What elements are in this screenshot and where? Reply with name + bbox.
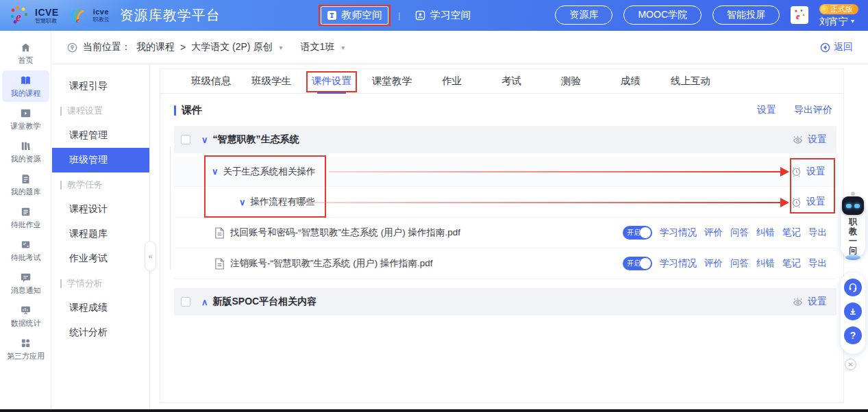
tab-class-students[interactable]: 班级学生 bbox=[250, 69, 293, 93]
submenu-item-course-grades[interactable]: 课程成绩 bbox=[52, 296, 149, 320]
statistics-board-icon bbox=[20, 305, 32, 316]
sidebar-item-label: 我的课程 bbox=[11, 88, 41, 99]
teacher-space-label: 教师空间 bbox=[341, 9, 382, 22]
sidebar-collapse-handle[interactable]: « bbox=[145, 241, 156, 271]
breadcrumb-course-select[interactable]: 大学语文 (2P) 原创 bbox=[191, 41, 272, 53]
home-icon bbox=[20, 42, 32, 53]
toggle-knob bbox=[640, 258, 651, 269]
icve-app-icon[interactable]: e bbox=[791, 6, 808, 24]
sidebar-item-notifications[interactable]: 消息通知 bbox=[2, 268, 49, 299]
tab-homework[interactable]: 作业 bbox=[431, 69, 473, 93]
eye-preview-icon[interactable] bbox=[792, 134, 804, 146]
breadcrumb-my-courses[interactable]: 我的课程 bbox=[136, 41, 175, 53]
alarm-clock-icon[interactable] bbox=[791, 196, 802, 208]
sidebar-item-my-courses[interactable]: 我的课程 bbox=[2, 70, 49, 102]
qa-link[interactable]: 问答 bbox=[730, 227, 749, 239]
sidebar-item-label: 课堂教学 bbox=[11, 121, 41, 131]
student-space-button[interactable]: 学习空间 bbox=[410, 7, 476, 24]
tab-grades[interactable]: 成绩 bbox=[610, 69, 652, 93]
exam-score-icon bbox=[20, 239, 32, 250]
enable-toggle[interactable]: 开启 bbox=[623, 257, 652, 270]
file-title[interactable]: 找回账号和密码-“智慧职教”生态系统 (用户) 操作指南.pdf bbox=[230, 227, 460, 239]
error-report-link[interactable]: 纠错 bbox=[756, 227, 775, 239]
sidebar-item-label: 首页 bbox=[18, 55, 34, 66]
tab-online-interaction[interactable]: 线上互动 bbox=[669, 69, 712, 93]
assistant-widget[interactable]: 职 教 一 问 bbox=[839, 192, 867, 260]
question-mark-icon: ? bbox=[850, 330, 856, 341]
notes-link[interactable]: 笔记 bbox=[782, 257, 801, 270]
submenu-item-class-management[interactable]: 班级管理 bbox=[52, 148, 149, 172]
sidebar-item-third-party-apps[interactable]: 第三方应用 bbox=[2, 333, 49, 365]
chevron-expand-icon[interactable]: ∨ bbox=[239, 197, 246, 207]
chapter-checkbox[interactable] bbox=[181, 135, 190, 144]
teacher-space-button[interactable]: 教师空间 bbox=[321, 6, 388, 25]
chevron-collapse-icon[interactable]: ∧ bbox=[201, 297, 208, 307]
file-title[interactable]: 注销账号-“智慧职教”生态系统 (用户) 操作指南.pdf bbox=[230, 257, 433, 270]
svg-text:e: e bbox=[76, 16, 79, 24]
evaluation-link[interactable]: 评价 bbox=[704, 227, 723, 239]
notes-link[interactable]: 笔记 bbox=[782, 227, 801, 239]
sidebar-item-home[interactable]: 首页 bbox=[2, 38, 49, 69]
breadcrumb-class-select[interactable]: 语文1班 bbox=[300, 41, 334, 53]
export-link[interactable]: 导出 bbox=[808, 257, 827, 270]
submenu-item-homework-exam[interactable]: 作业考试 bbox=[52, 246, 149, 271]
qa-link[interactable]: 问答 bbox=[730, 257, 749, 270]
chevron-expand-icon[interactable]: ∨ bbox=[201, 135, 208, 145]
sidebar-item-pending-exams[interactable]: 待批考试 bbox=[2, 235, 49, 266]
user-account[interactable]: 正式版 刘宵宁 ▾ bbox=[819, 4, 858, 27]
submenu-section-course-settings: 课程设置 bbox=[52, 99, 149, 123]
close-floating-button[interactable]: ✕ bbox=[845, 359, 856, 370]
open-book-icon bbox=[20, 75, 32, 86]
learning-status-link[interactable]: 学习情况 bbox=[660, 227, 697, 239]
chevron-down-icon[interactable]: ▾ bbox=[341, 44, 345, 51]
error-report-link[interactable]: 纠错 bbox=[756, 257, 775, 270]
resource-library-button[interactable]: 资源库 bbox=[555, 5, 612, 25]
chevron-down-icon[interactable]: ▾ bbox=[279, 44, 282, 51]
back-button[interactable]: 返回 bbox=[820, 41, 853, 53]
submenu-item-course-question-bank[interactable]: 课程题库 bbox=[52, 222, 149, 246]
sidebar-item-my-question-bank[interactable]: 我的题库 bbox=[2, 169, 49, 201]
tab-class-info[interactable]: 班级信息 bbox=[190, 69, 232, 93]
student-space-label: 学习空间 bbox=[430, 9, 471, 22]
sidebar-item-classroom-teaching[interactable]: 课堂教学 bbox=[2, 103, 49, 135]
enable-toggle[interactable]: 开启 bbox=[623, 226, 652, 240]
download-button[interactable] bbox=[844, 302, 862, 320]
chapter-checkbox[interactable] bbox=[181, 297, 190, 307]
eye-preview-icon[interactable] bbox=[792, 296, 804, 308]
svg-text:e: e bbox=[796, 12, 800, 21]
evaluation-link[interactable]: 评价 bbox=[704, 257, 723, 270]
chapter-settings-link[interactable]: 设置 bbox=[808, 296, 827, 308]
tab-courseware-settings[interactable]: 课件设置 bbox=[310, 69, 353, 93]
subsection-title: 操作流程有哪些 bbox=[251, 196, 316, 208]
submenu-item-statistical-analysis[interactable]: 统计分析 bbox=[52, 320, 149, 345]
mooc-academy-button[interactable]: MOOC学院 bbox=[623, 5, 702, 25]
sidebar-item-my-resources[interactable]: 我的资源 bbox=[2, 136, 49, 168]
subsection-settings-link[interactable]: 设置 bbox=[806, 196, 826, 208]
submenu-item-course-design[interactable]: 课程设计 bbox=[52, 197, 149, 222]
smart-cast-button[interactable]: 智能投屏 bbox=[712, 5, 780, 25]
file-row: 注销账号-“智慧职教”生态系统 (用户) 操作指南.pdf 开启 学习情况 评价… bbox=[174, 248, 836, 279]
chapter-settings-link[interactable]: 设置 bbox=[808, 133, 827, 146]
breadcrumb: 当前位置： 我的课程 > 大学语文 (2P) 原创 ▾ 语文1班 ▾ 返回 bbox=[52, 31, 868, 64]
toggle-label: 开启 bbox=[627, 259, 641, 268]
help-button[interactable]: ? bbox=[844, 326, 862, 344]
assistant-label: 职 教 一 问 bbox=[839, 218, 867, 255]
tab-quiz[interactable]: 测验 bbox=[550, 69, 592, 93]
chevron-expand-icon[interactable]: ∨ bbox=[212, 166, 219, 177]
customer-service-button[interactable] bbox=[844, 279, 862, 296]
courseware-header: 课件 设置 导出评价 bbox=[160, 103, 843, 118]
export-link[interactable]: 导出 bbox=[808, 227, 827, 239]
alarm-clock-icon[interactable] bbox=[791, 166, 802, 177]
courseware-settings-link[interactable]: 设置 bbox=[757, 104, 776, 116]
submenu-item-course-management[interactable]: 课程管理 bbox=[52, 123, 149, 148]
question-bank-icon bbox=[20, 173, 32, 185]
sidebar-item-label: 待批考试 bbox=[11, 253, 41, 263]
tab-exam[interactable]: 考试 bbox=[491, 69, 532, 93]
tab-classroom-teaching[interactable]: 课堂教学 bbox=[371, 69, 413, 93]
sidebar-item-statistics[interactable]: 数据统计 bbox=[2, 300, 49, 332]
section-settings-link[interactable]: 设置 bbox=[806, 166, 826, 178]
submenu-item-course-guide[interactable]: 课程引导 bbox=[52, 74, 149, 99]
export-evaluation-link[interactable]: 导出评价 bbox=[794, 104, 832, 116]
learning-status-link[interactable]: 学习情况 bbox=[660, 257, 697, 270]
sidebar-item-pending-homework[interactable]: 待批作业 bbox=[2, 202, 49, 233]
